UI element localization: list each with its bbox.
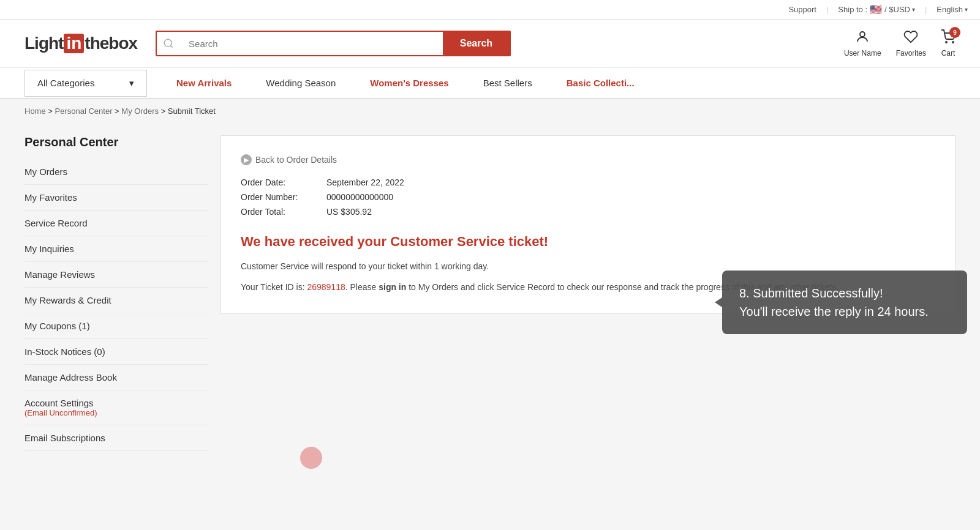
order-number-value: 00000000000000 [326, 192, 393, 202]
sidebar-item-in-stock-notices[interactable]: In-Stock Notices (0) [24, 339, 208, 365]
search-bar: Search [156, 31, 511, 56]
back-to-order-details-link[interactable]: ▶ Back to Order Details [241, 154, 935, 165]
search-button[interactable]: Search [443, 32, 510, 55]
back-arrow-icon: ▶ [241, 154, 252, 165]
ticket-suffix: . Please [345, 282, 379, 292]
sidebar-item-manage-address-book[interactable]: Manage Address Book [24, 365, 208, 390]
tooltip-line2: You'll receive the reply in 24 hours. [739, 302, 950, 321]
nav-link-best-sellers[interactable]: Best Sellers [466, 68, 549, 98]
sidebar-item-my-rewards[interactable]: My Rewards & Credit [24, 288, 208, 313]
svg-point-2 [860, 32, 865, 37]
cart-action[interactable]: 9 Cart [941, 29, 956, 58]
ticket-prefix: Your Ticket ID is: [241, 282, 307, 292]
support-link[interactable]: Support [788, 5, 816, 14]
user-icon [855, 29, 870, 48]
account-settings-sub: (Email Unconfirmed) [24, 408, 208, 417]
sidebar-item-my-inquiries[interactable]: My Inquiries [24, 236, 208, 262]
language-dropdown[interactable]: English ▾ [937, 5, 968, 14]
all-categories-dropdown[interactable]: All Categories ▾ [24, 70, 147, 97]
svg-point-3 [946, 42, 947, 43]
tooltip-line1: 8. Submitted Successfully! [739, 284, 950, 302]
sidebar-item-my-orders[interactable]: My Orders [24, 159, 208, 185]
nav-link-womens-dresses[interactable]: Women's Dresses [353, 68, 466, 98]
favorites-label: Favorites [896, 49, 926, 58]
logo-thebox-text: thebox [85, 34, 137, 53]
language-chevron-icon: ▾ [965, 6, 968, 13]
cart-badge: 9 [949, 27, 960, 38]
currency-label: / $USD [884, 5, 910, 14]
header: Light in thebox Search User Name [0, 20, 980, 68]
content-card: ▶ Back to Order Details Order Date: Sept… [221, 135, 956, 314]
sidebar-item-manage-reviews[interactable]: Manage Reviews [24, 262, 208, 288]
top-bar: Support | Ship to : 🇺🇸 / $USD ▾ | Englis… [0, 0, 980, 20]
nav-bar: All Categories ▾ New Arrivals Wedding Se… [0, 68, 980, 99]
order-date-row: Order Date: September 22, 2022 [241, 177, 935, 187]
breadcrumb-submit-ticket: Submit Ticket [168, 106, 216, 116]
order-total-label: Order Total: [241, 207, 326, 217]
nav-link-wedding-season[interactable]: Wedding Season [249, 68, 353, 98]
user-label: User Name [844, 49, 881, 58]
sidebar-title: Personal Center [24, 135, 208, 149]
breadcrumb-sep3: > [161, 106, 168, 116]
order-number-row: Order Number: 00000000000000 [241, 192, 935, 202]
cart-icon: 9 [941, 29, 956, 48]
breadcrumb-sep1: > [48, 106, 55, 116]
all-categories-label: All Categories [37, 78, 94, 88]
language-label: English [937, 5, 963, 14]
svg-line-1 [171, 45, 173, 47]
success-title: We have received your Customer Service t… [241, 234, 935, 250]
currency-chevron-icon: ▾ [912, 6, 915, 13]
ticket-id-link[interactable]: 26989118 [307, 282, 345, 292]
flag-icon: 🇺🇸 [870, 4, 882, 15]
breadcrumb-home[interactable]: Home [24, 106, 46, 116]
back-link-label: Back to Order Details [255, 155, 337, 165]
breadcrumb-my-orders[interactable]: My Orders [121, 106, 159, 116]
search-input[interactable] [180, 32, 443, 55]
tooltip-popup: 8. Submitted Successfully! You'll receiv… [722, 271, 967, 334]
divider1: | [826, 5, 828, 14]
logo[interactable]: Light in thebox [24, 34, 137, 53]
order-number-label: Order Number: [241, 192, 326, 202]
favorites-action[interactable]: Favorites [896, 29, 926, 58]
logo-in-text: in [64, 34, 84, 53]
all-categories-chevron-icon: ▾ [129, 78, 134, 89]
heart-icon [903, 29, 918, 48]
order-total-row: Order Total: US $305.92 [241, 207, 935, 217]
main-layout: Personal Center My Orders My Favorites S… [0, 123, 980, 476]
sidebar: Personal Center My Orders My Favorites S… [24, 123, 221, 451]
sidebar-item-my-favorites[interactable]: My Favorites [24, 185, 208, 211]
content-area: ▶ Back to Order Details Order Date: Sept… [221, 123, 956, 451]
breadcrumb: Home > Personal Center > My Orders > Sub… [0, 99, 980, 123]
ship-to: Ship to : 🇺🇸 / $USD ▾ [838, 4, 915, 15]
order-date-label: Order Date: [241, 177, 326, 187]
cart-label: Cart [941, 49, 956, 58]
sign-in-text: sign in [379, 282, 406, 292]
breadcrumb-personal-center[interactable]: Personal Center [55, 106, 113, 116]
sidebar-item-service-record[interactable]: Service Record [24, 211, 208, 236]
order-info: Order Date: September 22, 2022 Order Num… [241, 177, 935, 217]
logo-light-text: Light [24, 34, 63, 53]
svg-point-0 [164, 39, 172, 47]
search-icon [157, 32, 180, 55]
divider2: | [925, 5, 927, 14]
nav-link-new-arrivals[interactable]: New Arrivals [159, 68, 249, 98]
sidebar-item-email-subscriptions[interactable]: Email Subscriptions [24, 425, 208, 451]
sidebar-item-account-settings[interactable]: Account Settings (Email Unconfirmed) [24, 390, 208, 425]
header-actions: User Name Favorites 9 Cart [844, 29, 956, 58]
breadcrumb-sep2: > [115, 106, 121, 116]
currency-dropdown[interactable]: / $USD ▾ [884, 5, 915, 14]
nav-link-basic-collection[interactable]: Basic Collecti... [549, 68, 652, 98]
sidebar-item-my-coupons[interactable]: My Coupons (1) [24, 313, 208, 339]
svg-point-4 [952, 42, 954, 43]
user-action[interactable]: User Name [844, 29, 881, 58]
order-total-value: US $305.92 [326, 207, 372, 217]
nav-links: New Arrivals Wedding Season Women's Dres… [159, 68, 652, 98]
order-date-value: September 22, 2022 [326, 177, 404, 187]
ship-label: Ship to : [838, 5, 867, 14]
